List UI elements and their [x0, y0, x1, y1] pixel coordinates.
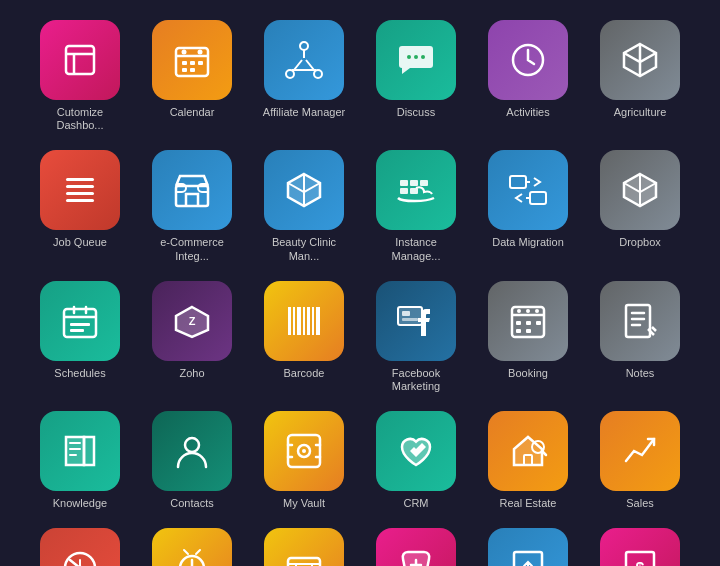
- app-item-ecommerce[interactable]: e-Commerce Integ...: [142, 150, 242, 262]
- app-icon-rental: [264, 528, 344, 566]
- svg-text:$: $: [636, 560, 645, 566]
- svg-point-43: [517, 309, 521, 313]
- app-item-subscriptions[interactable]: Subscriptions: [142, 528, 242, 566]
- app-item-beauty-clinic[interactable]: Beauty Clinic Man...: [254, 150, 354, 262]
- app-item-customize-dashboard[interactable]: Cutomize Dashbo...: [30, 20, 130, 132]
- app-icon-instance-manager: [376, 150, 456, 230]
- app-item-contacts[interactable]: Contacts: [142, 411, 242, 510]
- app-label-discuss: Discuss: [397, 106, 436, 119]
- app-grid: Cutomize Dashbo...CalendarAffiliate Mana…: [6, 0, 714, 566]
- app-item-zoho[interactable]: ZZoho: [142, 281, 242, 393]
- app-label-schedules: Schedules: [54, 367, 105, 380]
- svg-rect-41: [402, 318, 418, 321]
- app-icon-customize-dashboard: [40, 20, 120, 100]
- app-item-dashboards[interactable]: Dashboards: [30, 528, 130, 566]
- app-label-real-estate: Real Estate: [500, 497, 557, 510]
- app-icon-agriculture: [600, 20, 680, 100]
- app-item-discuss[interactable]: Discuss: [366, 20, 466, 132]
- app-icon-invoicing: $: [488, 528, 568, 566]
- app-item-notes[interactable]: Notes: [590, 281, 690, 393]
- app-label-job-queue: Job Queue: [53, 236, 107, 249]
- app-label-agriculture: Agriculture: [614, 106, 667, 119]
- app-item-booking[interactable]: Booking: [478, 281, 578, 393]
- app-icon-crm: [376, 411, 456, 491]
- svg-rect-49: [526, 329, 531, 333]
- svg-point-14: [421, 55, 425, 59]
- app-icon-my-vault: [264, 411, 344, 491]
- svg-rect-38: [316, 307, 320, 335]
- app-item-point-of-sale[interactable]: Point of Sale: [366, 528, 466, 566]
- app-icon-activities: [488, 20, 568, 100]
- app-label-crm: CRM: [403, 497, 428, 510]
- svg-rect-18: [66, 192, 94, 195]
- app-item-activities[interactable]: Activities: [478, 20, 578, 132]
- app-icon-accounting: $: [600, 528, 680, 566]
- svg-point-55: [302, 449, 306, 453]
- app-item-schedules[interactable]: Schedules: [30, 281, 130, 393]
- svg-point-45: [535, 309, 539, 313]
- app-icon-data-migration: [488, 150, 568, 230]
- app-item-knowledge[interactable]: Knowledge: [30, 411, 130, 510]
- app-label-activities: Activities: [506, 106, 549, 119]
- svg-point-13: [414, 55, 418, 59]
- app-icon-knowledge: [40, 411, 120, 491]
- app-item-sales[interactable]: Sales: [590, 411, 690, 510]
- app-icon-facebook-marketing: [376, 281, 456, 361]
- svg-rect-4: [182, 61, 187, 65]
- app-icon-subscriptions: [152, 528, 232, 566]
- svg-rect-35: [303, 307, 305, 335]
- app-item-accounting[interactable]: $Accounting: [590, 528, 690, 566]
- svg-rect-19: [66, 199, 94, 202]
- svg-rect-6: [198, 61, 203, 65]
- app-label-dropbox: Dropbox: [619, 236, 661, 249]
- svg-text:Z: Z: [189, 315, 196, 327]
- app-item-invoicing[interactable]: $Invoicing: [478, 528, 578, 566]
- svg-rect-39: [398, 307, 422, 325]
- svg-rect-21: [400, 180, 408, 186]
- app-icon-real-estate: [488, 411, 568, 491]
- app-label-customize-dashboard: Cutomize Dashbo...: [35, 106, 125, 132]
- app-label-booking: Booking: [508, 367, 548, 380]
- svg-rect-50: [536, 321, 541, 325]
- app-label-sales: Sales: [626, 497, 654, 510]
- app-icon-affiliate-manager: [264, 20, 344, 100]
- app-label-affiliate-manager: Affiliate Manager: [263, 106, 345, 119]
- app-item-barcode[interactable]: Barcode: [254, 281, 354, 393]
- app-item-my-vault[interactable]: My Vault: [254, 411, 354, 510]
- app-item-calendar[interactable]: Calendar: [142, 20, 242, 132]
- app-icon-dropbox: [600, 150, 680, 230]
- app-item-instance-manager[interactable]: Instance Manage...: [366, 150, 466, 262]
- svg-point-11: [314, 70, 322, 78]
- app-label-data-migration: Data Migration: [492, 236, 564, 249]
- app-label-beauty-clinic: Beauty Clinic Man...: [259, 236, 349, 262]
- app-icon-zoho: Z: [152, 281, 232, 361]
- app-item-crm[interactable]: CRM: [366, 411, 466, 510]
- app-icon-ecommerce: [152, 150, 232, 230]
- svg-rect-30: [70, 329, 84, 332]
- svg-rect-47: [526, 321, 531, 325]
- app-icon-contacts: [152, 411, 232, 491]
- svg-rect-48: [516, 329, 521, 333]
- app-icon-sales: [600, 411, 680, 491]
- app-item-real-estate[interactable]: Real Estate: [478, 411, 578, 510]
- svg-rect-29: [70, 323, 90, 326]
- app-icon-booking: [488, 281, 568, 361]
- svg-rect-34: [297, 307, 301, 335]
- svg-rect-27: [530, 192, 546, 204]
- app-item-facebook-marketing[interactable]: Facebook Marketing: [366, 281, 466, 393]
- app-item-data-migration[interactable]: Data Migration: [478, 150, 578, 262]
- app-item-job-queue[interactable]: Job Queue: [30, 150, 130, 262]
- app-item-dropbox[interactable]: Dropbox: [590, 150, 690, 262]
- app-item-agriculture[interactable]: Agriculture: [590, 20, 690, 132]
- app-icon-beauty-clinic: [264, 150, 344, 230]
- app-item-rental[interactable]: Rental: [254, 528, 354, 566]
- svg-point-52: [185, 438, 199, 452]
- app-label-notes: Notes: [626, 367, 655, 380]
- app-icon-discuss: [376, 20, 456, 100]
- svg-rect-37: [312, 307, 314, 335]
- svg-point-10: [286, 70, 294, 78]
- svg-point-2: [182, 50, 187, 55]
- svg-rect-26: [510, 176, 526, 188]
- svg-point-12: [407, 55, 411, 59]
- app-item-affiliate-manager[interactable]: Affiliate Manager: [254, 20, 354, 132]
